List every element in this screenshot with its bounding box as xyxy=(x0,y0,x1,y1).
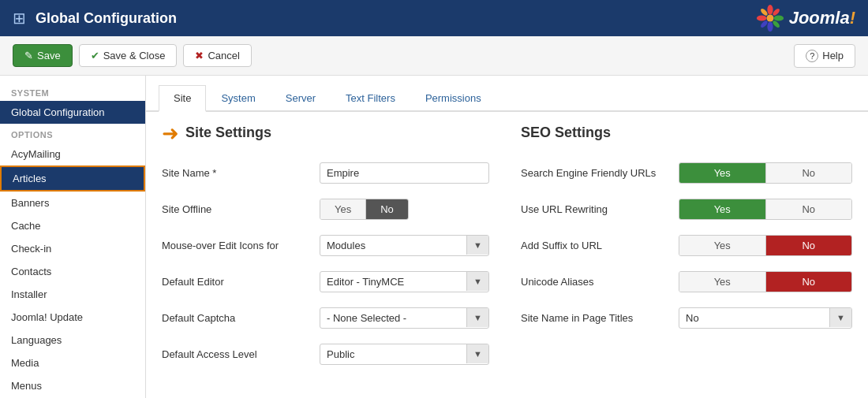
site-name-titles-select[interactable]: No xyxy=(679,308,829,328)
site-name-titles-label: Site Name in Page Titles xyxy=(521,312,679,324)
svg-point-1 xyxy=(767,5,773,15)
site-name-titles-arrow-icon: ▼ xyxy=(829,308,851,327)
default-access-field-row: Default Access Level Public ▼ xyxy=(162,341,489,366)
save-button[interactable]: ✎ Save xyxy=(13,44,73,67)
unicode-aliases-yes-button[interactable]: Yes xyxy=(679,272,766,292)
site-settings-heading: Site Settings xyxy=(185,125,271,141)
check-icon: ✔ xyxy=(91,50,99,61)
cancel-icon: ✖ xyxy=(195,50,204,61)
url-rewriting-field-row: Use URL Rewriting Yes No xyxy=(521,196,852,221)
unicode-aliases-no-button[interactable]: No xyxy=(766,272,852,292)
sidebar-item-articles[interactable]: Articles xyxy=(0,166,145,192)
tab-permissions[interactable]: Permissions xyxy=(410,85,496,112)
site-offline-yes-button[interactable]: Yes xyxy=(320,199,366,219)
add-suffix-control: Yes No xyxy=(679,235,852,256)
help-button[interactable]: ? Help xyxy=(794,44,855,68)
default-captcha-control: - None Selected - ▼ xyxy=(320,307,489,329)
help-label: Help xyxy=(822,50,844,61)
site-offline-label: Site Offline xyxy=(162,203,320,215)
tab-server[interactable]: Server xyxy=(271,85,331,112)
save-label: Save xyxy=(37,50,61,61)
sidebar-item-media[interactable]: Media xyxy=(0,352,145,374)
options-section-label: OPTIONS xyxy=(0,124,145,143)
page-title: Global Configuration xyxy=(36,10,746,27)
save-close-button[interactable]: ✔ Save & Close xyxy=(79,44,178,67)
sidebar-item-cache[interactable]: Cache xyxy=(0,214,145,237)
sidebar-item-global-configuration[interactable]: Global Configuration xyxy=(0,101,145,124)
default-access-control: Public ▼ xyxy=(320,344,489,365)
sidebar-item-label: AcyMailing xyxy=(11,148,61,160)
unicode-aliases-control: Yes No xyxy=(679,271,852,292)
toolbar: ✎ Save ✔ Save & Close ✖ Cancel ? Help xyxy=(0,36,868,76)
sidebar-item-joomla-update[interactable]: Joomla! Update xyxy=(0,306,145,329)
site-name-label: Site Name * xyxy=(162,167,320,179)
mouseover-select[interactable]: Modules xyxy=(320,236,466,255)
svg-point-6 xyxy=(772,20,780,28)
default-editor-select[interactable]: Editor - TinyMCE xyxy=(320,272,466,292)
url-rewriting-no-button[interactable]: No xyxy=(766,199,852,219)
sidebar-item-label: Global Configuration xyxy=(11,106,105,118)
save-close-label: Save & Close xyxy=(103,50,166,61)
sidebar: SYSTEM Global Configuration OPTIONS AcyM… xyxy=(0,76,146,398)
sidebar-item-installer[interactable]: Installer xyxy=(0,283,145,306)
mouseover-select-arrow-icon: ▼ xyxy=(466,236,488,255)
site-name-titles-select-wrap: No ▼ xyxy=(679,307,852,329)
mouseover-label: Mouse-over Edit Icons for xyxy=(162,240,320,251)
site-offline-no-button[interactable]: No xyxy=(366,199,408,219)
content-area: Site System Server Text Filters Permissi… xyxy=(146,76,868,398)
joomla-text: Joomla! xyxy=(789,8,855,28)
sef-urls-control: Yes No xyxy=(679,162,852,184)
cancel-label: Cancel xyxy=(208,50,239,61)
sidebar-item-languages[interactable]: Languages xyxy=(0,329,145,352)
tab-system[interactable]: System xyxy=(206,85,270,112)
default-captcha-select-wrap: - None Selected - ▼ xyxy=(320,307,489,329)
unicode-aliases-toggle: Yes No xyxy=(679,271,852,292)
cancel-button[interactable]: ✖ Cancel xyxy=(183,44,251,67)
default-editor-select-wrap: Editor - TinyMCE ▼ xyxy=(320,271,489,292)
sidebar-item-menus[interactable]: Menus xyxy=(0,374,145,397)
site-offline-control: Yes No xyxy=(320,199,489,220)
svg-point-4 xyxy=(757,15,767,20)
sidebar-item-label: Installer xyxy=(11,288,47,300)
site-name-control xyxy=(320,162,489,184)
default-access-select-wrap: Public ▼ xyxy=(320,344,489,365)
default-access-label: Default Access Level xyxy=(162,348,320,360)
unicode-aliases-field-row: Unicode Aliases Yes No xyxy=(521,269,852,294)
settings-container: ➜ Site Settings Site Name * Site Offline xyxy=(146,112,868,390)
add-suffix-field-row: Add Suffix to URL Yes No xyxy=(521,232,852,258)
sidebar-item-label: Banners xyxy=(11,197,49,209)
help-icon: ? xyxy=(806,50,818,62)
joomla-flower-icon xyxy=(756,4,784,32)
sef-urls-toggle: Yes No xyxy=(679,162,852,184)
add-suffix-toggle: Yes No xyxy=(679,235,852,256)
default-access-select[interactable]: Public xyxy=(320,344,466,364)
sidebar-item-label: Check-in xyxy=(11,243,51,255)
sidebar-item-acymailing[interactable]: AcyMailing xyxy=(0,143,145,166)
sidebar-item-label: Joomla! Update xyxy=(11,311,83,323)
add-suffix-no-button[interactable]: No xyxy=(766,236,852,255)
url-rewriting-label: Use URL Rewriting xyxy=(521,203,679,215)
add-suffix-yes-button[interactable]: Yes xyxy=(679,236,766,255)
site-offline-field-row: Site Offline Yes No xyxy=(162,196,489,221)
sef-urls-yes-button[interactable]: Yes xyxy=(679,163,766,183)
default-captcha-field-row: Default Captcha - None Selected - ▼ xyxy=(162,305,489,330)
site-name-titles-control: No ▼ xyxy=(679,307,852,329)
default-access-arrow-icon: ▼ xyxy=(466,344,488,363)
url-rewriting-yes-button[interactable]: Yes xyxy=(679,199,766,219)
default-editor-arrow-icon: ▼ xyxy=(466,272,488,291)
sef-urls-label: Search Engine Friendly URLs xyxy=(521,167,679,179)
sef-urls-no-button[interactable]: No xyxy=(766,163,852,183)
sidebar-item-label: Languages xyxy=(11,334,62,346)
default-captcha-select[interactable]: - None Selected - xyxy=(320,308,466,328)
tab-text-filters[interactable]: Text Filters xyxy=(331,85,410,112)
sidebar-item-check-in[interactable]: Check-in xyxy=(0,237,145,260)
tab-site[interactable]: Site xyxy=(159,85,206,112)
save-icon: ✎ xyxy=(24,50,33,61)
site-name-input[interactable] xyxy=(320,162,489,184)
add-suffix-label: Add Suffix to URL xyxy=(521,240,679,251)
sef-urls-field-row: Search Engine Friendly URLs Yes No xyxy=(521,160,852,185)
site-name-field-row: Site Name * xyxy=(162,160,489,185)
sidebar-item-contacts[interactable]: Contacts xyxy=(0,260,145,283)
svg-point-5 xyxy=(772,8,780,17)
sidebar-item-banners[interactable]: Banners xyxy=(0,192,145,214)
